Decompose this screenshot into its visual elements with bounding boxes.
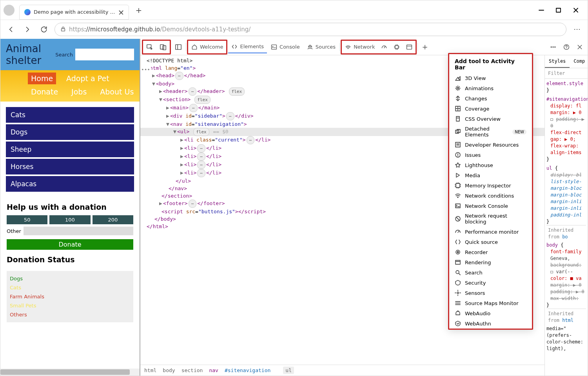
filter-input[interactable]: Filter (545, 68, 588, 79)
tool-lighthouse[interactable]: Lighthouse (449, 160, 532, 170)
svg-point-24 (457, 197, 458, 198)
tool-detached-elements[interactable]: Detached ElementsNEW (449, 124, 532, 140)
tab-elements[interactable]: Elements (228, 41, 267, 53)
svg-rect-9 (272, 45, 277, 49)
tool-security[interactable]: Security (449, 278, 532, 288)
dock-icon[interactable] (172, 41, 185, 53)
tool-3d-view[interactable]: 3D View (449, 73, 532, 83)
category-sidebar: Cats Dogs Sheep Horses Alpacas (0, 102, 140, 199)
svg-rect-29 (456, 260, 460, 264)
tool-network-conditions[interactable]: Network conditions (449, 191, 532, 201)
svg-point-15 (555, 47, 555, 47)
cat-cats[interactable]: Cats (6, 107, 134, 123)
dom-gutter-dots[interactable]: ••• (140, 66, 151, 73)
url-text: https://microsoftedge.github.io/Demos/de… (69, 26, 250, 33)
svg-rect-23 (456, 183, 460, 187)
amount-200[interactable]: 200 (93, 215, 133, 224)
search-input[interactable] (75, 49, 134, 60)
memory-icon[interactable] (390, 41, 403, 53)
svg-rect-25 (456, 204, 460, 208)
donate-button[interactable]: Donate (7, 239, 133, 250)
tool-network-request-blocking[interactable]: Network request blocking (449, 211, 532, 227)
address-bar: https://microsoftedge.github.io/Demos/de… (0, 20, 588, 39)
new-tab-button[interactable]: + (133, 4, 145, 16)
svg-rect-8 (176, 44, 181, 49)
nav-donate[interactable]: Donate (28, 86, 61, 98)
svg-point-2 (574, 29, 575, 30)
other-amount-input[interactable] (24, 227, 133, 235)
computed-tab[interactable]: Comp (570, 55, 588, 68)
svg-point-3 (577, 29, 577, 30)
tool-network-console[interactable]: Network Console (449, 201, 532, 211)
cat-horses[interactable]: Horses (6, 159, 134, 174)
styles-pane[interactable]: Styles Comp Filter element.style } #site… (544, 55, 588, 376)
close-window-icon[interactable] (573, 7, 579, 13)
styles-body: element.style } #sitenavigation display:… (545, 79, 588, 376)
tool-css-overview[interactable]: CSS Overview (449, 114, 532, 124)
tool-webaudio[interactable]: WebAudio (449, 308, 532, 318)
styles-tab[interactable]: Styles (545, 55, 570, 68)
browser-tab[interactable]: Demo page with accessibility issu (19, 5, 129, 20)
inspect-icon[interactable] (143, 41, 156, 53)
performance-icon[interactable] (378, 41, 390, 53)
edge-favicon (24, 9, 31, 15)
tool-rendering[interactable]: Rendering (449, 257, 532, 267)
tool-search[interactable]: Search (449, 267, 532, 278)
cat-dogs[interactable]: Dogs (6, 124, 134, 140)
svg-rect-11 (395, 45, 398, 49)
tab-sources[interactable]: Sources (304, 41, 339, 53)
tool-performance-monitor[interactable]: Performance monitor (449, 227, 532, 237)
tool-issues[interactable]: Issues (449, 150, 532, 160)
tool-coverage[interactable]: Coverage (449, 104, 532, 114)
tool-changes[interactable]: Changes (449, 93, 532, 104)
tool-quick-source[interactable]: Quick source (449, 237, 532, 247)
tool-source-maps-monitor[interactable]: Source Maps Monitor (449, 298, 532, 308)
donation-heading: Help us with a donation (0, 199, 140, 215)
nav-about[interactable]: About Us (97, 86, 137, 98)
tab-welcome[interactable]: Welcome (188, 41, 226, 53)
close-devtools-icon[interactable] (573, 41, 586, 53)
amount-50[interactable]: 50 (7, 215, 47, 224)
tool-recorder[interactable]: Recorder (449, 247, 532, 257)
breadcrumb[interactable]: htmlbodysectionnav#sitenavigationul (140, 365, 544, 376)
nav-home[interactable]: Home (28, 73, 56, 84)
back-button[interactable] (5, 24, 17, 35)
minimize-icon[interactable] (539, 7, 544, 13)
close-tab-icon[interactable] (118, 9, 124, 15)
cat-sheep[interactable]: Sheep (6, 142, 134, 157)
tool-developer-resources[interactable]: Developer Resources (449, 140, 532, 150)
more-tools-icon[interactable] (547, 41, 559, 53)
tab-network[interactable]: Network (342, 41, 378, 53)
url-input[interactable]: https://microsoftedge.github.io/Demos/de… (54, 23, 566, 36)
donation-status-heading: Donation Status (0, 251, 140, 268)
application-icon[interactable] (403, 41, 416, 53)
refresh-button[interactable] (38, 24, 50, 35)
search-label: Search (55, 52, 73, 58)
other-amount-row: Other (0, 224, 140, 238)
other-label: Other (7, 228, 21, 234)
tool-webauthn[interactable]: WebAuthn (449, 318, 532, 329)
tool-animations[interactable]: Animations (449, 83, 532, 93)
nav-adopt[interactable]: Adopt a Pet (63, 73, 113, 84)
maximize-icon[interactable] (556, 7, 561, 13)
title-bar: Demo page with accessibility issu + (0, 0, 588, 20)
forward-button[interactable] (22, 24, 33, 35)
add-tool-button[interactable]: + (419, 41, 431, 53)
horizontal-scrollbar[interactable] (0, 369, 140, 376)
tab-title: Demo page with accessibility issu (34, 9, 115, 15)
settings-icon[interactable] (571, 24, 583, 35)
nav-jobs[interactable]: Jobs (68, 86, 90, 98)
tool-media[interactable]: Media (449, 170, 532, 180)
svg-rect-12 (407, 45, 412, 49)
status-farm: Farm Animals (10, 292, 130, 301)
tool-memory-inspector[interactable]: Memory Inspector (449, 180, 532, 191)
device-toggle-icon[interactable] (156, 41, 170, 53)
amount-100[interactable]: 100 (49, 215, 90, 224)
svg-rect-6 (160, 44, 164, 49)
tab-console[interactable]: Console (268, 41, 303, 53)
svg-point-14 (553, 47, 554, 47)
cat-alpacas[interactable]: Alpacas (6, 176, 134, 192)
tool-sensors[interactable]: Sensors (449, 288, 532, 298)
help-icon[interactable] (560, 41, 573, 53)
profile-avatar[interactable] (4, 5, 15, 16)
